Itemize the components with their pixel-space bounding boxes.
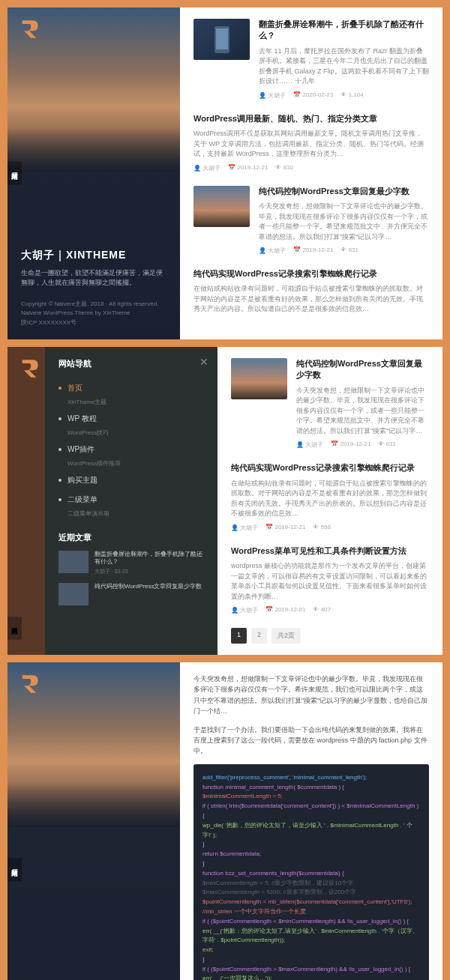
post-meta: 👤 大胡子📅 2019-12-21👁 558 bbox=[231, 524, 429, 532]
code-block: add_filter('preprocess_comment', 'minima… bbox=[194, 764, 429, 980]
post-excerpt: wordpress 最核心的功能就是那作为一个发布文章的平台，创建第一篇文章的，… bbox=[231, 561, 429, 602]
screenshot-1: 网站菜单☰ 大胡子｜XINTHEME 生命是一團欲望，欲望不能滿足便痛苦，滿足便… bbox=[8, 7, 442, 339]
nav-drawer: ✕ 网站导航 首页 XinTheme主题 WP 教程 WordPress技巧 W… bbox=[45, 347, 218, 655]
site-logo[interactable] bbox=[19, 674, 40, 695]
menu-toggle[interactable]: 网站菜单☰ bbox=[8, 858, 22, 881]
screenshot-3: 网站菜单☰ 大胡子｜XINTHEME 生命是一團欲望，欲望不能滿足便痛苦，滿足便… bbox=[8, 662, 442, 980]
post-meta: 👤 大胡子📅 2020-02-23👁 1,104 bbox=[259, 91, 429, 100]
post-meta: 👤 大胡子📅 2019-12-21👁 830 bbox=[194, 164, 429, 172]
recent-thumbnail bbox=[58, 583, 88, 605]
post-content: 今天突发奇想，想做限制一下文章评论也中的最少字数。毕竟，我发现现在很多评论下很多… bbox=[180, 662, 442, 980]
post-title: 纯代码控制WordPress文章回复最少字数 bbox=[296, 358, 429, 381]
post-item[interactable]: 纯代码控制WordPress文章回复最少字数 今天突发奇想，想做限制一下文章评论… bbox=[194, 186, 429, 255]
recent-posts-title: 近期文章 bbox=[58, 532, 204, 543]
post-item[interactable]: WordPress菜单可见性和工具条件判断设置方法 wordpress 最核心的… bbox=[231, 545, 429, 614]
hamburger-icon: ☰ bbox=[11, 868, 19, 875]
post-list: 纯代码控制WordPress文章回复最少字数 今天突发奇想，想做限制一下文章评论… bbox=[218, 347, 442, 655]
page-last[interactable]: 共2页 bbox=[272, 628, 301, 644]
post-excerpt: 在做站或构站收录有问题时，可能源自于站点被搜索引擎蜘蛛的的抓取数。对于网站的内容… bbox=[194, 284, 429, 315]
post-meta: 👤 大胡子📅 2019-12-21👁 631 bbox=[259, 246, 429, 255]
pagination: 1 2 共2页 bbox=[231, 628, 429, 644]
page-next[interactable]: 2 bbox=[251, 628, 267, 644]
nav-title: 网站导航 bbox=[58, 358, 204, 369]
post-item[interactable]: 纯代码控制WordPress文章回复最少字数 今天突发奇想，想做限制一下文章评论… bbox=[231, 358, 429, 449]
post-excerpt: 今天突发奇想，想做限制一下文章评论也中的最少字数。毕竟，我发现现在很多评论下很多… bbox=[259, 202, 429, 242]
menu-toggle[interactable]: 网站菜单✕ bbox=[8, 617, 22, 640]
post-excerpt: 今天突发奇想，想做限制一下文章评论也中的最少字数。毕竟，我发现现在很多评论下很多… bbox=[296, 386, 429, 437]
site-logo[interactable] bbox=[19, 19, 40, 40]
post-item[interactable]: 翻盖折叠屏诠释潮牛，折叠手机除了酷还有什么？ 去年 11 月后，摩托罗拉在国外发… bbox=[194, 19, 429, 100]
post-list: 翻盖折叠屏诠释潮牛，折叠手机除了酷还有什么？ 去年 11 月后，摩托罗拉在国外发… bbox=[180, 7, 442, 339]
recent-post[interactable]: 翻盖折叠屏诠释潮牛，折叠手机除了酷还有什么？大胡子 · 02-23 bbox=[58, 551, 204, 575]
menu-toggle[interactable]: 网站菜单☰ bbox=[8, 162, 22, 185]
post-excerpt: 去年 11 月后，摩托罗拉在国外发布了 Razr 翻盖为折叠屏手机。紧接着，三星… bbox=[259, 46, 429, 87]
recent-thumbnail bbox=[58, 551, 88, 573]
post-meta: 👤 大胡子📅 2019-12-01👁 407 bbox=[231, 606, 429, 614]
site-title: 大胡子｜XINTHEME bbox=[21, 249, 166, 262]
close-icon: ✕ bbox=[11, 626, 19, 634]
post-thumbnail bbox=[231, 358, 287, 399]
nav-item-wp-tutorials[interactable]: WP 教程 bbox=[58, 409, 204, 429]
screenshot-2: 网站菜单✕ ✕ 网站导航 首页 XinTheme主题 WP 教程 WordPre… bbox=[8, 347, 442, 655]
sidebar: 网站菜单☰ 大胡子｜XINTHEME 生命是一團欲望，欲望不能滿足便痛苦，滿足便… bbox=[8, 662, 180, 980]
recent-post[interactable]: 纯代码控制WordPress文章回复最少字数 bbox=[58, 583, 204, 605]
post-title: 翻盖折叠屏诠释潮牛，折叠手机除了酷还有什么？ bbox=[259, 19, 429, 42]
sidebar: 网站菜单☰ 大胡子｜XINTHEME 生命是一團欲望，欲望不能滿足便痛苦，滿足便… bbox=[8, 7, 180, 339]
post-item[interactable]: 纯代码实现WordPress记录搜索引擎蜘蛛爬行记录 在做站或构站收录有问题时，… bbox=[231, 462, 429, 531]
sidebar-content: 大胡子｜XINTHEME 生命是一團欲望，欲望不能滿足便痛苦，滿足便無聊，人生就… bbox=[8, 172, 180, 339]
site-footer: Copyright © Nalvere主题. 2018 · All rights… bbox=[21, 300, 166, 328]
post-title: WordPress菜单可见性和工具条件判断设置方法 bbox=[231, 545, 429, 557]
post-title: 纯代码实现WordPress记录搜索引擎蜘蛛爬行记录 bbox=[194, 268, 429, 279]
post-excerpt: WordPress调用不仅是获取其网站调用最新文章。随机文章调用热门文章推，关于… bbox=[194, 129, 429, 160]
paragraph: 于是找到了一个办法。我们要借助一下会出纯代码的来复到做的效果。我将在百度上搜索到… bbox=[194, 725, 429, 757]
nav-item-wp-plugins[interactable]: WP插件 bbox=[58, 440, 204, 459]
post-title: 纯代码控制WordPress文章回复最少字数 bbox=[259, 186, 429, 197]
page-current[interactable]: 1 bbox=[231, 628, 247, 644]
post-thumbnail bbox=[194, 186, 250, 227]
post-title: WordPress调用最新、随机、热门、指定分类文章 bbox=[194, 113, 429, 124]
nav-item-submenu[interactable]: 二级菜单 bbox=[58, 490, 204, 509]
svg-rect-1 bbox=[216, 28, 228, 49]
site-logo[interactable] bbox=[19, 358, 40, 379]
post-item[interactable]: 纯代码实现WordPress记录搜索引擎蜘蛛爬行记录 在做站或构站收录有问题时，… bbox=[194, 268, 429, 315]
sidebar-edge: 网站菜单✕ bbox=[8, 347, 45, 655]
sidebar-content: 大胡子｜XINTHEME 生命是一團欲望，欲望不能滿足便痛苦，滿足便無聊，人生就… bbox=[8, 827, 180, 980]
post-item[interactable]: WordPress调用最新、随机、热门、指定分类文章 WordPress调用不仅… bbox=[194, 113, 429, 172]
post-title: 纯代码实现WordPress记录搜索引擎蜘蛛爬行记录 bbox=[231, 462, 429, 474]
hamburger-icon: ☰ bbox=[11, 172, 19, 179]
paragraph: 今天突发奇想，想做限制一下文章评论也中的最少字数。毕竟，我发现现在很多评论下很多… bbox=[194, 674, 429, 717]
post-meta: 👤 大胡子📅 2019-12-21👁 631 bbox=[296, 441, 429, 449]
site-desc: 生命是一團欲望，欲望不能滿足便痛苦，滿足便無聊，人生就在痛苦與無聊之間搖擺。 bbox=[21, 268, 166, 288]
nav-item-home[interactable]: 首页 bbox=[58, 378, 204, 398]
post-excerpt: 在做站或构站收录有问题时，可能源自于站点被搜索引擎蜘蛛的的抓取数。对于网站的内容… bbox=[231, 479, 429, 519]
nav-item-buy-theme[interactable]: 购买主题 bbox=[58, 471, 204, 490]
close-button[interactable]: ✕ bbox=[200, 356, 208, 368]
post-thumbnail bbox=[194, 19, 250, 60]
